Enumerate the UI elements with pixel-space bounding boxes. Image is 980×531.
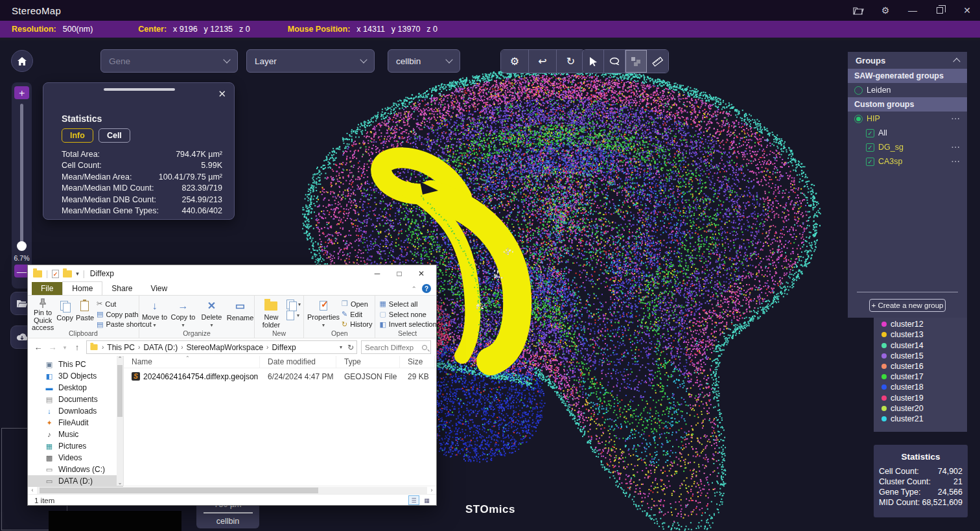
- pin-quick-access-button[interactable]: Pin to Quick access: [32, 298, 54, 329]
- collapse-chevron-icon[interactable]: [953, 58, 960, 65]
- group-item-dg-sg[interactable]: ✓ DG_sg ···: [848, 140, 967, 154]
- tab-file[interactable]: File: [32, 282, 62, 295]
- sidebar-item[interactable]: ✦ FileAudit: [28, 417, 123, 429]
- ribbon-small-button[interactable]: ◧ Invert selection: [379, 320, 436, 329]
- scroll-left-icon[interactable]: ‹: [28, 487, 37, 493]
- layer-dropdown[interactable]: Layer: [246, 49, 375, 73]
- open-project-icon[interactable]: [852, 4, 865, 17]
- explorer-close-button[interactable]: ✕: [410, 265, 432, 282]
- create-group-button[interactable]: + Create a new group: [869, 299, 946, 312]
- new-item-button[interactable]: ▾: [286, 300, 301, 309]
- search-input[interactable]: Search Diffexp: [361, 340, 431, 354]
- tab-view[interactable]: View: [141, 282, 176, 295]
- legend-item[interactable]: cluster17: [874, 372, 967, 382]
- help-icon[interactable]: ?: [422, 284, 431, 293]
- ribbon-small-button[interactable]: ✎ Edit: [342, 310, 372, 319]
- legend-item[interactable]: cluster16: [874, 361, 967, 372]
- tab-share[interactable]: Share: [102, 282, 141, 295]
- sidebar-item[interactable]: ↓ Downloads: [28, 405, 123, 417]
- radio-selected-icon[interactable]: [854, 115, 863, 123]
- breadcrumb[interactable]: › This PC › DATA (D:) ›: [86, 340, 357, 354]
- close-icon[interactable]: ✕: [218, 88, 226, 100]
- checkbox-checked-icon[interactable]: ✓: [866, 129, 874, 137]
- up-button[interactable]: ↑: [72, 342, 82, 352]
- ribbon-small-button[interactable]: ❒ Open: [342, 300, 372, 309]
- zoom-slider-track[interactable]: [20, 104, 23, 246]
- scroll-down-icon[interactable]: ⌄: [117, 480, 123, 486]
- tab-cell[interactable]: Cell: [99, 128, 130, 143]
- sidebar-item[interactable]: ▭ Windows (C:): [28, 464, 123, 475]
- diffexp-tool-button[interactable]: [625, 50, 647, 73]
- organize-button[interactable]: ↓ Move to ▾: [141, 298, 169, 329]
- radio-unselected-icon[interactable]: [854, 86, 863, 95]
- scroll-right-icon[interactable]: ›: [427, 487, 436, 493]
- properties-button[interactable]: ✓ Properties ▾: [308, 298, 339, 329]
- measure-tool-button[interactable]: [647, 50, 668, 73]
- explorer-titlebar[interactable]: | ✓ ▾ | Diffexp ─ □ ✕: [28, 265, 436, 282]
- legend-item[interactable]: cluster15: [874, 351, 967, 361]
- legend-item[interactable]: cluster21: [874, 414, 967, 424]
- bin-dropdown[interactable]: cellbin: [388, 49, 460, 73]
- address-dropdown-icon[interactable]: ▾: [340, 344, 342, 350]
- organize-button[interactable]: → Copy to ▾: [170, 298, 197, 329]
- easy-access-button[interactable]: ▾: [286, 311, 301, 320]
- group-item-leiden[interactable]: Leiden: [848, 83, 967, 97]
- zoom-in-button[interactable]: ＋: [14, 86, 29, 99]
- legend-item[interactable]: cluster20: [874, 403, 967, 414]
- legend-item[interactable]: cluster19: [874, 393, 967, 403]
- checkbox-checked-icon[interactable]: ✓: [866, 158, 874, 166]
- legend-item[interactable]: cluster14: [874, 340, 967, 351]
- recent-locations-icon[interactable]: ▾: [62, 344, 68, 351]
- checkbox-checked-icon[interactable]: ✓: [866, 143, 874, 152]
- scrollbar-thumb[interactable]: [117, 365, 122, 417]
- group-item-all[interactable]: ✓ All: [848, 126, 967, 140]
- details-view-button[interactable]: ☰: [408, 495, 419, 505]
- sidebar-item[interactable]: ◧ 3D Objects: [28, 370, 123, 382]
- legend-item[interactable]: cluster13: [874, 329, 967, 340]
- new-folder-qat-icon[interactable]: [63, 270, 72, 277]
- breadcrumb-item[interactable]: Diffexp: [272, 343, 299, 352]
- customize-qat-icon[interactable]: ▾: [76, 270, 79, 277]
- column-header[interactable]: Size: [400, 356, 435, 368]
- more-options-icon[interactable]: ···: [951, 115, 961, 123]
- collapse-ribbon-icon[interactable]: ⌃: [412, 285, 417, 292]
- legend-item[interactable]: cluster12: [874, 319, 967, 329]
- organize-button[interactable]: ✕ Delete ▾: [198, 298, 226, 329]
- tab-home[interactable]: Home: [62, 281, 102, 295]
- group-item-hip[interactable]: HIP ···: [848, 112, 967, 126]
- scrollbar-thumb[interactable]: [40, 488, 318, 493]
- sidebar-item[interactable]: ▭ DATA (D:): [28, 475, 123, 487]
- ribbon-small-button[interactable]: ▢ Select none: [379, 310, 436, 319]
- restore-button[interactable]: [933, 4, 946, 17]
- breadcrumb-item[interactable]: StereoMapWorkspace ›: [187, 343, 269, 352]
- close-button[interactable]: ✕: [961, 4, 974, 17]
- settings-gear-icon[interactable]: ⚙: [879, 4, 892, 17]
- explorer-minimize-button[interactable]: ─: [366, 265, 388, 282]
- ribbon-small-button[interactable]: ↻ History: [342, 320, 372, 329]
- ribbon-small-button[interactable]: ▦ Select all: [379, 300, 436, 309]
- organize-button[interactable]: ▭ Rename: [227, 298, 254, 329]
- copy-button[interactable]: Copy: [56, 298, 73, 329]
- column-header[interactable]: Type: [336, 356, 400, 368]
- refresh-icon[interactable]: ↻: [347, 343, 354, 352]
- breadcrumb-item[interactable]: DATA (D:) ›: [143, 343, 183, 352]
- explorer-maximize-button[interactable]: □: [388, 265, 410, 282]
- forward-button[interactable]: →: [47, 342, 58, 352]
- home-button[interactable]: [11, 50, 33, 72]
- breadcrumb-item[interactable]: This PC ›: [107, 343, 140, 352]
- paste-button[interactable]: Paste: [76, 298, 94, 329]
- undo-button[interactable]: ↩: [529, 50, 557, 73]
- display-settings-button[interactable]: ⚙: [501, 50, 529, 73]
- scroll-up-icon[interactable]: ⌃: [117, 356, 123, 362]
- column-header[interactable]: Date modified: [260, 356, 336, 368]
- horizontal-scrollbar[interactable]: ‹ ›: [28, 486, 436, 494]
- properties-qat-icon[interactable]: ✓: [52, 270, 59, 278]
- legend-item[interactable]: cluster18: [874, 382, 967, 392]
- sidebar-item[interactable]: ▦ Pictures: [28, 440, 123, 452]
- group-item-ca3sp[interactable]: ✓ CA3sp ···: [848, 154, 967, 169]
- sidebar-item[interactable]: ▤ Documents: [28, 394, 123, 405]
- sidebar-item[interactable]: ▣ This PC: [28, 359, 123, 370]
- more-options-icon[interactable]: ···: [951, 158, 961, 165]
- drag-handle[interactable]: [104, 88, 175, 91]
- lasso-tool-button[interactable]: [604, 50, 625, 73]
